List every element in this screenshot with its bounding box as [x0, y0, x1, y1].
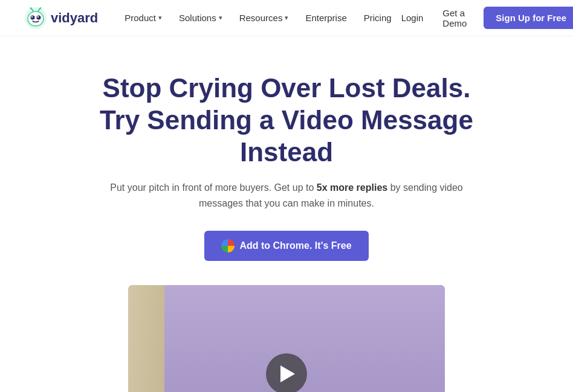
signup-button[interactable]: Sign Up for Free [484, 7, 573, 29]
nav-item-product[interactable]: Product ▾ [117, 8, 169, 28]
svg-point-2 [31, 15, 35, 19]
svg-point-1 [28, 11, 44, 26]
nav-item-enterprise[interactable]: Enterprise [298, 8, 354, 28]
chevron-down-icon: ▾ [285, 14, 288, 22]
vidyard-logo-icon [24, 7, 47, 30]
nav-links: Product ▾ Solutions ▾ Resources ▾ Enterp… [117, 8, 398, 28]
logo-text: vidyard [51, 10, 98, 26]
hero-bold-text: 5x more replies [317, 182, 387, 193]
svg-point-7 [30, 7, 32, 9]
nav-right: Login Get a Demo Sign Up for Free [399, 3, 573, 33]
play-triangle-icon [280, 365, 295, 382]
chevron-down-icon: ▾ [158, 14, 162, 22]
svg-point-5 [37, 16, 39, 17]
nav-item-resources[interactable]: Resources ▾ [232, 8, 296, 28]
hero-subtitle: Put your pitch in front of more buyers. … [99, 180, 474, 211]
add-to-chrome-button[interactable]: Add to Chrome. It's Free [204, 231, 368, 261]
chevron-down-icon: ▾ [219, 14, 222, 22]
navbar: vidyard Product ▾ Solutions ▾ Resources … [0, 0, 573, 36]
video-play-button[interactable] [266, 353, 307, 392]
svg-point-3 [37, 15, 41, 19]
nav-item-pricing[interactable]: Pricing [357, 8, 399, 28]
nav-item-solutions[interactable]: Solutions ▾ [172, 8, 230, 28]
chrome-icon [221, 239, 235, 252]
video-curtain-decoration [128, 285, 164, 392]
login-button[interactable]: Login [399, 8, 426, 28]
logo-link[interactable]: vidyard [24, 7, 98, 30]
svg-point-4 [31, 16, 33, 17]
hero-title: Stop Crying Over Lost Deals. Try Sending… [69, 72, 504, 168]
svg-point-9 [40, 7, 42, 9]
video-thumbnail[interactable] [128, 285, 445, 392]
get-demo-button[interactable]: Get a Demo [435, 3, 474, 33]
hero-section: Stop Crying Over Lost Deals. Try Sending… [0, 36, 573, 392]
